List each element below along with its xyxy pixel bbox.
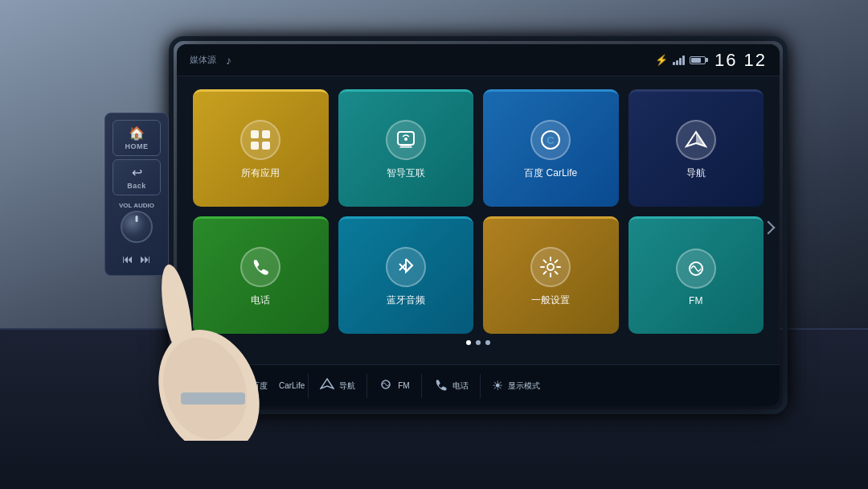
volume-knob[interactable]: [121, 211, 153, 243]
volume-control: VOL AUDIO: [116, 199, 158, 246]
clock-display: 16 12: [714, 50, 767, 71]
chevron-right-icon: [762, 221, 776, 235]
app-bluetooth-audio[interactable]: 蓝牙音频: [338, 216, 474, 334]
dock-nav-icon: [320, 377, 334, 395]
dock-divider-3: [366, 374, 367, 398]
home-button[interactable]: 🏠 HOME: [113, 120, 161, 156]
app-baidu-carlife[interactable]: C 百度 CarLife: [483, 89, 619, 207]
svg-marker-15: [321, 379, 334, 388]
dock-phone[interactable]: 电话: [425, 372, 477, 400]
music-note-icon: ♪: [226, 54, 231, 67]
dot-1: [466, 340, 471, 345]
svg-rect-2: [251, 142, 259, 150]
dock-smart-connect[interactable]: [186, 372, 217, 400]
carlife-label: 百度 CarLife: [524, 166, 577, 180]
signal-bars-icon: [673, 55, 685, 65]
back-button[interactable]: ↩ Back: [113, 159, 161, 195]
phone-label: 电话: [251, 294, 270, 307]
svg-point-5: [404, 138, 407, 141]
prev-track-button[interactable]: ⏮: [122, 253, 133, 265]
svg-text:C: C: [547, 134, 555, 146]
app-grid: 所有应用 智导互联 C: [193, 89, 764, 334]
back-icon: ↩: [132, 165, 142, 180]
pagination-dots: [193, 340, 764, 345]
dock-nav-label: 导航: [339, 380, 355, 392]
app-smart-connect[interactable]: 智导互联: [338, 89, 474, 207]
home-label: HOME: [125, 142, 149, 150]
dock-display-mode[interactable]: ☀ 显示模式: [484, 373, 548, 398]
fm-icon: [676, 249, 716, 289]
dot-2: [476, 340, 481, 345]
svg-point-10: [547, 264, 554, 270]
bottom-dock: C 百度 CarLife 导航 FM: [177, 364, 780, 406]
bluetooth-icon: [386, 247, 426, 287]
carlife-icon: C: [530, 120, 571, 160]
status-right: ⚡ 16 12: [655, 50, 767, 71]
bluetooth-audio-label: 蓝牙音频: [387, 294, 425, 307]
app-all-apps[interactable]: 所有应用: [193, 89, 329, 207]
fm-label: FM: [689, 295, 702, 306]
dock-smart-connect-icon: [194, 377, 209, 395]
status-bar: 媒体源 ♪ ⚡: [177, 44, 780, 76]
app-phone[interactable]: 电话: [193, 216, 329, 334]
dot-3: [485, 340, 490, 345]
back-label: Back: [127, 182, 146, 190]
svg-rect-3: [262, 142, 270, 150]
battery-icon: [690, 56, 708, 64]
dock-divider-4: [421, 374, 422, 398]
smart-connect-label: 智导互联: [387, 166, 425, 180]
smart-connect-icon: [386, 120, 426, 160]
next-track-button[interactable]: ⏭: [140, 253, 151, 265]
all-apps-icon: [240, 120, 280, 160]
next-page-arrow[interactable]: [764, 212, 773, 238]
left-controls-panel: 🏠 HOME ↩ Back VOL AUDIO ⏮ ⏭: [104, 113, 169, 276]
dock-fm-label: FM: [398, 381, 409, 390]
dock-display-icon: ☀: [492, 378, 503, 393]
dock-fm[interactable]: FM: [371, 372, 417, 400]
navigation-label: 导航: [686, 166, 706, 180]
bluetooth-icon: ⚡: [655, 54, 668, 66]
app-navigation[interactable]: 导航: [628, 89, 764, 207]
svg-rect-12: [196, 379, 207, 388]
dock-carlife-label2: CarLife: [279, 382, 305, 390]
media-source-label: 媒体源: [190, 54, 216, 66]
dock-divider-1: [220, 374, 221, 398]
dock-divider-2: [308, 374, 309, 398]
vol-label: VOL AUDIO: [119, 202, 154, 209]
media-controls: ⏮ ⏭: [119, 249, 154, 269]
main-screen: 媒体源 ♪ ⚡: [177, 44, 780, 406]
app-area: 所有应用 智导互联 C: [177, 76, 780, 374]
home-icon: 🏠: [129, 125, 145, 141]
navigation-icon: [676, 120, 716, 160]
settings-label: 一般设置: [531, 294, 570, 307]
svg-rect-1: [262, 130, 270, 138]
dock-phone-icon: [433, 377, 448, 395]
dock-phone-label: 电话: [452, 380, 469, 392]
app-fm[interactable]: FM: [628, 216, 764, 334]
svg-rect-0: [251, 130, 259, 138]
all-apps-label: 所有应用: [241, 166, 280, 180]
status-icons: ⚡: [655, 54, 708, 66]
dock-divider-5: [480, 374, 481, 398]
dock-navigation[interactable]: 导航: [312, 372, 363, 400]
status-left: 媒体源 ♪: [190, 54, 231, 67]
settings-icon: [530, 247, 571, 287]
svg-text:C: C: [237, 381, 243, 389]
dock-carlife-label: 百度: [252, 380, 268, 392]
dock-carlife[interactable]: C 百度: [224, 372, 276, 400]
app-settings[interactable]: 一般设置: [483, 216, 619, 334]
dock-fm-icon: [379, 377, 393, 395]
phone-icon: [240, 247, 280, 287]
dock-carlife-icon: C: [232, 377, 247, 395]
dock-display-label: 显示模式: [508, 380, 540, 392]
